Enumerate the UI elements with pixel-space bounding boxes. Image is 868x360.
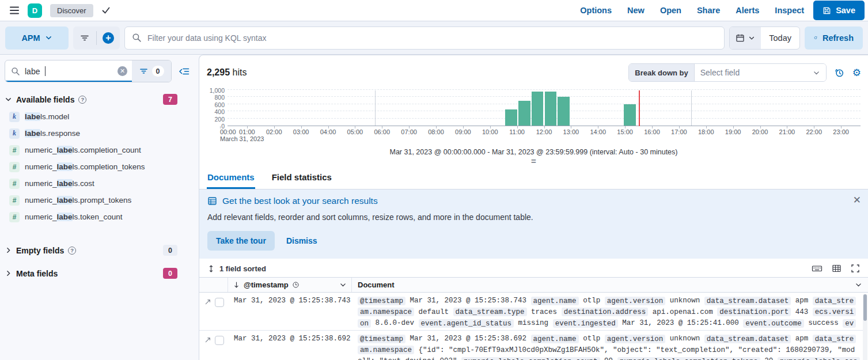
vertical-scrollbar[interactable] bbox=[863, 294, 867, 360]
result-tabs: DocumentsField statistics bbox=[199, 166, 868, 190]
field-filter-button[interactable]: 0 bbox=[132, 60, 171, 82]
gridline bbox=[228, 104, 861, 104]
field-chip: numeric_labels.completion_tokens bbox=[617, 357, 760, 360]
document-table: @timestamp Document Mar 31, 2023 @ 15:25… bbox=[199, 277, 868, 360]
page-content: labe ✕ 0 Available fields ? 7 klabels.mo… bbox=[0, 55, 868, 360]
x-tick-label: 22:00 bbox=[806, 128, 822, 135]
field-item[interactable]: #numeric_labels.completion_tokens bbox=[5, 158, 193, 175]
expand-row-icon[interactable] bbox=[204, 336, 212, 344]
x-tick-label: 16:00 bbox=[644, 128, 660, 135]
history-icon[interactable] bbox=[835, 68, 844, 78]
chevron-down-icon bbox=[748, 35, 755, 41]
row-document[interactable]: @timestamp Mar 31, 2023 @ 15:25:38.692 a… bbox=[352, 331, 862, 360]
field-sorted-button[interactable]: 1 field sorted bbox=[219, 264, 266, 273]
filter-icon[interactable] bbox=[73, 26, 96, 50]
x-tick-label: 10:00 bbox=[482, 128, 498, 135]
save-icon bbox=[822, 6, 831, 15]
app-header: D Discover OptionsNewOpenShareAlertsInsp… bbox=[0, 0, 868, 21]
histogram-bar[interactable] bbox=[505, 109, 517, 126]
row-checkbox[interactable] bbox=[215, 336, 224, 345]
available-fields-section[interactable]: Available fields ? 7 bbox=[5, 94, 177, 105]
histogram-bar[interactable] bbox=[532, 92, 544, 126]
field-item[interactable]: #numeric_labels.cost bbox=[5, 175, 193, 192]
field-name: numeric_labels.completion_tokens bbox=[25, 162, 145, 171]
x-tick-label: 20:00 bbox=[752, 128, 768, 135]
chart-resize-handle[interactable]: = bbox=[199, 157, 868, 166]
help-icon[interactable]: ? bbox=[78, 96, 86, 104]
header-link-share[interactable]: Share bbox=[697, 6, 720, 15]
filter-icon bbox=[139, 67, 148, 75]
x-tick-label: 19:00 bbox=[725, 128, 741, 135]
available-fields-count-badge: 7 bbox=[163, 94, 177, 105]
gear-icon[interactable]: ⚙ bbox=[852, 68, 861, 78]
plot-area[interactable] bbox=[228, 90, 861, 126]
number-field-icon: # bbox=[9, 162, 20, 172]
header-link-alerts[interactable]: Alerts bbox=[736, 6, 759, 15]
histogram-bar[interactable] bbox=[545, 92, 557, 126]
x-tick-label: 03:00 bbox=[293, 128, 309, 135]
chevron-down-icon bbox=[813, 69, 820, 77]
header-link-open[interactable]: Open bbox=[660, 6, 681, 15]
field-search-input[interactable]: labe ✕ bbox=[5, 60, 132, 82]
row-checkbox[interactable] bbox=[215, 298, 224, 307]
data-view-picker[interactable]: APM bbox=[5, 26, 69, 50]
menu-icon[interactable] bbox=[6, 2, 23, 18]
row-document[interactable]: @timestamp Mar 31, 2023 @ 15:25:38.743 a… bbox=[352, 293, 862, 330]
header-link-options[interactable]: Options bbox=[580, 6, 612, 15]
meta-fields-section[interactable]: Meta fields 0 bbox=[5, 268, 177, 279]
x-tick-label: 04:00 bbox=[320, 128, 336, 135]
check-icon[interactable] bbox=[101, 6, 111, 14]
x-tick-label: 05:00 bbox=[347, 128, 363, 135]
breakdown-select[interactable]: Select field bbox=[695, 64, 826, 81]
field-list: klabels.modelklabels.response#numeric_la… bbox=[5, 108, 193, 225]
grid-toolbar: 1 field sorted bbox=[199, 259, 868, 277]
breakdown-controls: Break down by Select field ⚙ bbox=[628, 63, 861, 82]
histogram-bar[interactable] bbox=[624, 104, 636, 126]
available-fields-label: Available fields bbox=[16, 95, 74, 104]
document-column-header[interactable]: Document bbox=[352, 278, 868, 292]
breakdown-placeholder: Select field bbox=[700, 68, 740, 77]
timestamp-column-header[interactable]: @timestamp bbox=[228, 278, 352, 292]
help-icon[interactable]: ? bbox=[68, 247, 76, 255]
chevron-right-icon bbox=[5, 270, 12, 277]
chevron-down-icon bbox=[5, 96, 12, 103]
field-item[interactable]: #numeric_labels.prompt_tokens bbox=[5, 192, 193, 209]
keyboard-icon[interactable] bbox=[812, 264, 822, 273]
hits-count: 2,295 hits bbox=[207, 67, 247, 78]
field-item[interactable]: #numeric_labels.token_count bbox=[5, 209, 193, 225]
tab-documents[interactable]: Documents bbox=[207, 166, 255, 189]
scrollbar-thumb[interactable] bbox=[863, 294, 867, 321]
histogram-chart[interactable]: 02004006008001,000 bbox=[199, 82, 868, 126]
x-tick-label: 21:00 bbox=[779, 128, 795, 135]
take-tour-button[interactable]: Take the tour bbox=[207, 231, 275, 251]
data-view-label: APM bbox=[21, 33, 40, 43]
field-item[interactable]: klabels.model bbox=[5, 108, 193, 125]
dismiss-button[interactable]: Dismiss bbox=[286, 236, 317, 245]
field-item[interactable]: klabels.response bbox=[5, 125, 193, 142]
date-quick-select[interactable]: Today bbox=[761, 27, 799, 49]
header-link-inspect[interactable]: Inspect bbox=[775, 6, 804, 15]
discover-main-panel: 2,295 hits Break down by Select field ⚙ bbox=[199, 55, 868, 360]
x-tick-label: 00:00 bbox=[220, 128, 236, 135]
histogram-bar[interactable] bbox=[558, 97, 570, 126]
histogram-bar[interactable] bbox=[518, 101, 530, 126]
display-options-icon[interactable] bbox=[832, 264, 842, 273]
field-item[interactable]: #numeric_labels.completion_count bbox=[5, 142, 193, 158]
breadcrumb[interactable]: Discover bbox=[50, 4, 93, 17]
clear-search-icon[interactable]: ✕ bbox=[117, 66, 127, 76]
fullscreen-icon[interactable] bbox=[851, 264, 860, 273]
expand-row-icon[interactable] bbox=[204, 298, 212, 306]
kql-input[interactable] bbox=[147, 33, 717, 43]
save-button[interactable]: Save bbox=[813, 1, 865, 20]
refresh-button[interactable]: Refresh bbox=[805, 26, 863, 50]
tab-field-statistics[interactable]: Field statistics bbox=[271, 166, 332, 189]
close-icon[interactable]: ✕ bbox=[851, 193, 863, 207]
header-link-new[interactable]: New bbox=[627, 6, 645, 15]
kql-search-bar[interactable] bbox=[124, 26, 725, 50]
space-avatar[interactable]: D bbox=[28, 3, 42, 18]
empty-fields-section[interactable]: Empty fields ? 0 bbox=[5, 245, 177, 256]
date-picker-button[interactable] bbox=[730, 27, 761, 49]
add-filter-button[interactable]: + bbox=[97, 26, 120, 50]
table-header: @timestamp Document bbox=[199, 278, 868, 293]
collapse-sidebar-icon[interactable] bbox=[177, 65, 192, 78]
